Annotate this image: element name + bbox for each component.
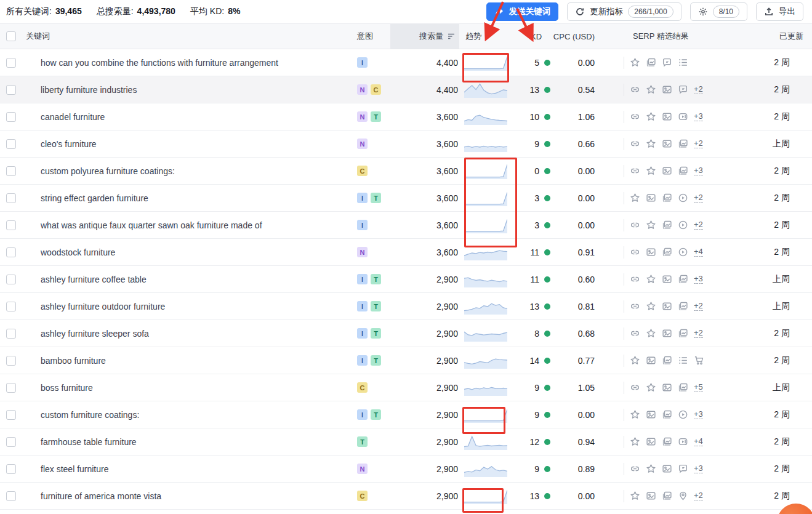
row-checkbox[interactable] (6, 356, 16, 366)
serp-more-link[interactable]: +4 (694, 437, 703, 446)
serp-preview-icon[interactable] (607, 464, 618, 475)
row-checkbox[interactable] (6, 220, 16, 230)
keyword-link[interactable]: string effect garden furniture (41, 193, 148, 203)
refresh-metrics-icon[interactable] (795, 464, 804, 473)
row-checkbox[interactable] (6, 112, 16, 122)
row-checkbox[interactable] (6, 85, 16, 95)
serp-preview-icon[interactable] (607, 84, 618, 95)
serp-more-link[interactable]: +3 (694, 166, 703, 175)
keyword-link[interactable]: custom furniture coatings: (41, 410, 139, 420)
serp-more-link[interactable]: +3 (694, 275, 703, 284)
expand-keyword-icon[interactable] (26, 275, 36, 284)
serp-card-icon[interactable] (114, 464, 123, 473)
serp-more-link[interactable]: +2 (694, 220, 703, 230)
keyword-link[interactable]: ashley furniture coffee table (41, 275, 147, 284)
row-checkbox[interactable] (6, 329, 16, 339)
serp-preview-icon[interactable] (607, 491, 618, 502)
serp-preview-icon[interactable] (607, 139, 618, 150)
send-keywords-button[interactable]: 发送关键词 (486, 2, 559, 21)
expand-keyword-icon[interactable] (26, 58, 36, 68)
expand-keyword-icon[interactable] (26, 220, 36, 230)
serp-card-icon[interactable] (170, 302, 179, 311)
serp-preview-icon[interactable] (607, 247, 618, 258)
row-checkbox[interactable] (6, 166, 16, 176)
export-button[interactable]: 导出 (756, 2, 803, 21)
keyword-link[interactable]: ashley furniture sleeper sofa (41, 329, 149, 339)
keyword-link[interactable]: what was antique faux quarter sawn oak f… (41, 220, 262, 230)
expand-keyword-icon[interactable] (26, 464, 36, 474)
serp-more-link[interactable]: +2 (694, 139, 703, 148)
row-checkbox[interactable] (6, 302, 16, 311)
keyword-link[interactable]: boss furniture (41, 383, 93, 393)
row-checkbox[interactable] (6, 437, 16, 447)
refresh-metrics-icon[interactable] (795, 220, 804, 230)
row-checkbox[interactable] (6, 410, 16, 420)
serp-card-icon[interactable] (102, 139, 111, 148)
keyword-link[interactable]: cleo's furniture (41, 139, 97, 149)
refresh-metrics-icon[interactable] (795, 383, 804, 392)
serp-more-link[interactable]: +2 (694, 193, 703, 203)
refresh-metrics-icon[interactable] (795, 112, 804, 121)
expand-keyword-icon[interactable] (26, 139, 36, 149)
serp-preview-icon[interactable] (607, 355, 618, 366)
row-checkbox[interactable] (6, 139, 16, 149)
row-checkbox[interactable] (6, 247, 16, 257)
keyword-link[interactable]: woodstock furniture (41, 247, 115, 257)
expand-keyword-icon[interactable] (26, 356, 36, 366)
serp-more-link[interactable]: +2 (694, 491, 703, 500)
refresh-metrics-icon[interactable] (795, 275, 804, 284)
serp-preview-icon[interactable] (607, 382, 618, 393)
serp-preview-icon[interactable] (607, 57, 618, 68)
expand-keyword-icon[interactable] (26, 112, 36, 122)
serp-preview-icon[interactable] (607, 193, 618, 204)
serp-card-icon[interactable] (153, 193, 163, 203)
serp-preview-icon[interactable] (607, 436, 618, 448)
refresh-metrics-icon[interactable] (795, 58, 804, 67)
serp-card-icon[interactable] (267, 220, 276, 230)
row-checkbox[interactable] (6, 275, 16, 284)
serp-preview-icon[interactable] (607, 220, 618, 231)
serp-more-link[interactable]: +3 (694, 112, 703, 121)
serp-more-link[interactable]: +2 (694, 85, 703, 94)
refresh-metrics-icon[interactable] (795, 437, 804, 446)
serp-preview-icon[interactable] (607, 166, 618, 177)
keyword-link[interactable]: liberty furniture industries (41, 85, 137, 95)
serp-preview-icon[interactable] (607, 301, 618, 312)
serp-more-link[interactable]: +2 (694, 302, 703, 311)
serp-more-link[interactable]: +4 (694, 247, 703, 257)
refresh-metrics-icon[interactable] (795, 193, 804, 203)
refresh-metrics-icon[interactable] (795, 491, 804, 500)
keyword-link[interactable]: canadel furniture (41, 112, 105, 122)
serp-card-icon[interactable] (180, 166, 189, 175)
refresh-metrics-icon[interactable] (795, 410, 804, 419)
keyword-link[interactable]: furniture of america monte vista (41, 491, 161, 501)
expand-keyword-icon[interactable] (26, 329, 36, 339)
row-checkbox[interactable] (6, 383, 16, 393)
serp-preview-icon[interactable] (607, 328, 618, 339)
expand-keyword-icon[interactable] (26, 85, 36, 95)
keyword-link[interactable]: bamboo furniture (41, 356, 106, 366)
serp-card-icon[interactable] (110, 112, 119, 121)
keyword-link[interactable]: ashley furniture outdoor furniture (41, 302, 165, 311)
refresh-metrics-icon[interactable] (795, 329, 804, 338)
serp-card-icon[interactable] (111, 356, 120, 365)
serp-card-icon[interactable] (154, 329, 163, 338)
refresh-metrics-icon[interactable] (795, 139, 804, 148)
serp-card-icon[interactable] (166, 491, 175, 500)
serp-card-icon[interactable] (142, 85, 151, 94)
expand-keyword-icon[interactable] (26, 247, 36, 257)
serp-more-link[interactable]: +2 (694, 329, 703, 338)
settings-button[interactable]: 8/10 (690, 2, 747, 21)
select-all-checkbox[interactable] (6, 31, 16, 41)
expand-keyword-icon[interactable] (26, 193, 36, 203)
refresh-metrics-icon[interactable] (795, 302, 804, 311)
refresh-metrics-icon[interactable] (795, 166, 804, 175)
serp-card-icon[interactable] (142, 437, 151, 446)
expand-keyword-icon[interactable] (26, 437, 36, 447)
serp-card-icon[interactable] (120, 247, 129, 257)
update-metrics-button[interactable]: 更新指标 266/1,000 (567, 2, 681, 21)
keyword-link[interactable]: custom polyurea furniture coatings: (41, 166, 175, 176)
serp-preview-icon[interactable] (607, 111, 618, 122)
refresh-metrics-icon[interactable] (795, 247, 804, 257)
expand-keyword-icon[interactable] (26, 166, 36, 176)
